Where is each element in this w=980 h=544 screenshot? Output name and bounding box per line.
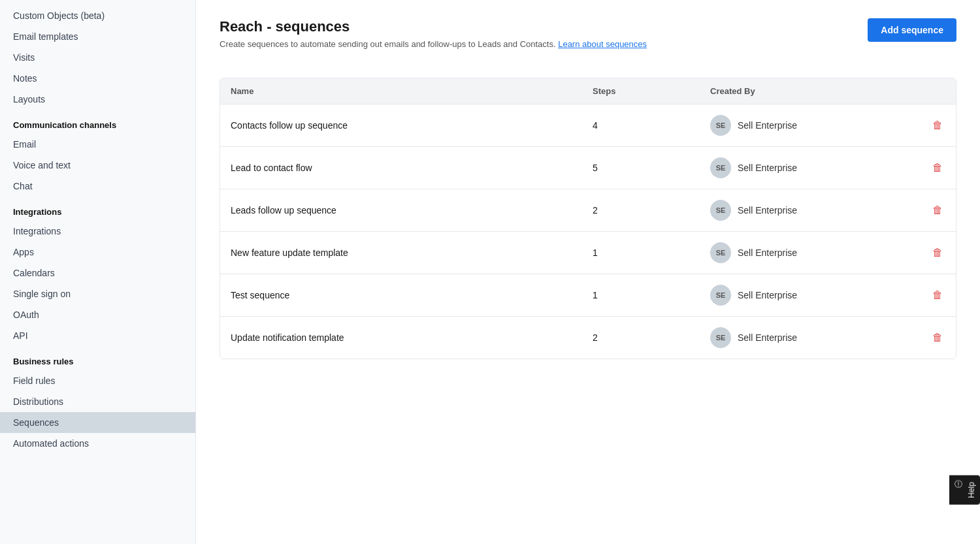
table-row: New feature update template 1 SE Sell En… [220, 232, 956, 274]
table-row: Update notification template 2 SE Sell E… [220, 317, 956, 359]
row-steps: 5 [593, 163, 710, 173]
sidebar-item-chat[interactable]: Chat [0, 176, 195, 197]
avatar: SE [710, 200, 731, 221]
avatar: SE [710, 242, 731, 263]
row-actions: 🗑 [906, 329, 945, 346]
row-steps: 1 [593, 248, 710, 258]
sidebar-item-single-sign-on[interactable]: Single sign on [0, 283, 195, 304]
add-sequence-button[interactable]: Add sequence [868, 18, 956, 42]
avatar: SE [710, 115, 731, 136]
sidebar-item-calendars[interactable]: Calendars [0, 263, 195, 283]
sidebar-item-oauth[interactable]: OAuth [0, 304, 195, 325]
sidebar-item-field-rules[interactable]: Field rules [0, 370, 195, 391]
table-row: Leads follow up sequence 2 SE Sell Enter… [220, 189, 956, 232]
page-title: Reach - sequences [220, 18, 647, 35]
sidebar-item-integrations[interactable]: Integrations [0, 221, 195, 242]
page-description: Create sequences to automate sending out… [220, 39, 647, 49]
help-label: Help [967, 482, 976, 498]
delete-button[interactable]: 🗑 [930, 117, 945, 134]
created-by-name: Sell Enterprise [738, 332, 797, 343]
row-actions: 🗑 [906, 202, 945, 219]
row-actions: 🗑 [906, 244, 945, 261]
delete-button[interactable]: 🗑 [930, 287, 945, 304]
col-header-actions [906, 86, 945, 96]
row-created-by: SE Sell Enterprise [710, 327, 906, 348]
row-created-by: SE Sell Enterprise [710, 200, 906, 221]
sidebar-section-integrations: Integrations [0, 197, 195, 221]
row-created-by: SE Sell Enterprise [710, 115, 906, 136]
sidebar-item-distributions[interactable]: Distributions [0, 391, 195, 412]
sidebar-item-layouts[interactable]: Layouts [0, 89, 195, 110]
sidebar-item-notes[interactable]: Notes [0, 68, 195, 89]
col-header-name: Name [231, 86, 593, 96]
sidebar-section-business-rules: Business rules [0, 346, 195, 370]
page-header: Reach - sequences Create sequences to au… [220, 18, 956, 65]
table-row: Lead to contact flow 5 SE Sell Enterpris… [220, 147, 956, 189]
created-by-name: Sell Enterprise [738, 248, 797, 258]
created-by-name: Sell Enterprise [738, 120, 797, 131]
delete-button[interactable]: 🗑 [930, 244, 945, 261]
main-content: Reach - sequences Create sequences to au… [196, 0, 980, 544]
row-name[interactable]: New feature update template [231, 248, 593, 258]
col-header-steps: Steps [593, 86, 710, 96]
avatar: SE [710, 285, 731, 306]
row-actions: 🗑 [906, 117, 945, 134]
row-name[interactable]: Leads follow up sequence [231, 205, 593, 216]
sidebar-item-voice-and-text[interactable]: Voice and text [0, 155, 195, 176]
table-header: Name Steps Created By [220, 78, 956, 104]
sidebar-item-automated-actions[interactable]: Automated actions [0, 433, 195, 454]
sequences-table: Name Steps Created By Contacts follow up… [220, 78, 956, 359]
row-created-by: SE Sell Enterprise [710, 157, 906, 178]
help-icon: ⓘ [953, 487, 964, 494]
sidebar: Custom Objects (beta)Email templatesVisi… [0, 0, 196, 544]
created-by-name: Sell Enterprise [738, 163, 797, 173]
delete-button[interactable]: 🗑 [930, 329, 945, 346]
row-steps: 1 [593, 290, 710, 300]
page-header-text: Reach - sequences Create sequences to au… [220, 18, 647, 65]
row-actions: 🗑 [906, 287, 945, 304]
delete-button[interactable]: 🗑 [930, 159, 945, 176]
avatar: SE [710, 327, 731, 348]
col-header-created-by: Created By [710, 86, 906, 96]
row-steps: 2 [593, 332, 710, 343]
row-created-by: SE Sell Enterprise [710, 285, 906, 306]
row-actions: 🗑 [906, 159, 945, 176]
row-steps: 2 [593, 205, 710, 216]
sidebar-section-communication-channels: Communication channels [0, 110, 195, 134]
row-steps: 4 [593, 120, 710, 131]
sidebar-item-sequences[interactable]: Sequences [0, 412, 195, 433]
sidebar-item-email[interactable]: Email [0, 134, 195, 155]
created-by-name: Sell Enterprise [738, 290, 797, 300]
table-row: Test sequence 1 SE Sell Enterprise 🗑 [220, 274, 956, 317]
learn-link[interactable]: Learn about sequences [558, 39, 647, 49]
page-description-text: Create sequences to automate sending out… [220, 39, 556, 49]
row-name[interactable]: Test sequence [231, 290, 593, 300]
created-by-name: Sell Enterprise [738, 205, 797, 216]
sidebar-item-api[interactable]: API [0, 325, 195, 346]
sidebar-item-apps[interactable]: Apps [0, 242, 195, 263]
sidebar-item-email-templates[interactable]: Email templates [0, 26, 195, 47]
row-created-by: SE Sell Enterprise [710, 242, 906, 263]
row-name[interactable]: Lead to contact flow [231, 163, 593, 173]
row-name[interactable]: Contacts follow up sequence [231, 120, 593, 131]
table-row: Contacts follow up sequence 4 SE Sell En… [220, 104, 956, 147]
sidebar-item-custom-objects[interactable]: Custom Objects (beta) [0, 5, 195, 26]
delete-button[interactable]: 🗑 [930, 202, 945, 219]
avatar: SE [710, 157, 731, 178]
sidebar-item-visits[interactable]: Visits [0, 47, 195, 68]
help-button[interactable]: ⓘ Help [949, 475, 980, 505]
row-name[interactable]: Update notification template [231, 332, 593, 343]
